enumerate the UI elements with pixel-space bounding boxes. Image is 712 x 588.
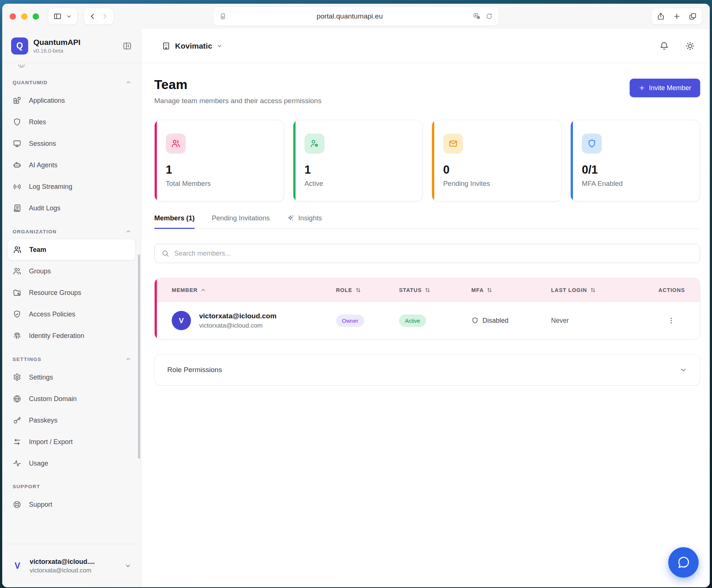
search-icon — [161, 249, 169, 257]
shield-check-icon — [13, 310, 22, 319]
chevron-down-icon — [66, 13, 72, 19]
sidebar-item-applications[interactable]: Applications — [2, 90, 141, 111]
sidebar-item-support[interactable]: Support — [2, 494, 141, 515]
column-header-role[interactable]: ROLE — [336, 287, 399, 293]
org-switcher[interactable]: Kovimatic — [162, 42, 222, 50]
tab-overview-icon[interactable] — [689, 12, 697, 20]
lifebuoy-icon — [13, 500, 22, 509]
table-header-row: MEMBER ROLE STATUS — [155, 278, 700, 302]
sidebar-item-team[interactable]: Team — [7, 239, 136, 260]
collapse-sidebar-icon[interactable] — [122, 41, 132, 51]
sidebar-scrollbar[interactable] — [138, 254, 140, 459]
stat-card-mfa-enabled: 0/1 MFA Enabled — [570, 120, 700, 201]
user-menu[interactable]: V victorxata@icloud.... victorxata@iclou… — [2, 544, 141, 587]
stat-value: 0 — [443, 163, 550, 177]
last-login-cell: Never — [551, 317, 649, 325]
sort-icon — [355, 287, 362, 293]
user-email: victorxata@icloud.com — [30, 567, 95, 574]
sidebar-item-passkeys[interactable]: Passkeys — [2, 410, 141, 431]
minimize-window-button[interactable] — [21, 13, 27, 20]
chevron-up-icon[interactable] — [125, 229, 131, 234]
app-version: v0.16.0-beta — [33, 48, 80, 54]
users-icon — [13, 245, 22, 254]
close-window-button[interactable] — [10, 13, 16, 20]
activity-icon — [13, 459, 22, 468]
chat-button[interactable] — [668, 547, 699, 578]
browser-toolbar: portal.quantumapi.eu — [2, 4, 710, 29]
tab-pending-invitations[interactable]: Pending Invitations — [212, 214, 270, 229]
shield-icon — [582, 134, 602, 154]
sidebar-item-groups[interactable]: Groups — [2, 260, 141, 282]
sidebar-item-resource-groups[interactable]: Resource Groups — [2, 282, 141, 303]
sidebar-item-ai-agents[interactable]: AI Agents — [2, 154, 141, 176]
chevron-up-icon[interactable] — [125, 79, 131, 85]
stat-label: Pending Invites — [443, 180, 550, 188]
chevron-down-icon — [680, 366, 687, 374]
bell-icon[interactable] — [659, 41, 669, 51]
transfer-arrows-icon — [13, 437, 22, 446]
tab-insights[interactable]: Insights — [287, 214, 322, 229]
sidebar-item-identity-federation[interactable]: Identity Federation — [2, 325, 141, 346]
clipped-nav-item — [2, 65, 141, 70]
column-header-member[interactable]: MEMBER — [172, 287, 336, 293]
new-tab-icon[interactable] — [673, 13, 680, 20]
stat-card-total-members: 1 Total Members — [154, 120, 284, 201]
back-icon[interactable] — [89, 13, 96, 20]
folder-key-icon — [13, 288, 22, 297]
kebab-menu-icon[interactable] — [667, 316, 675, 325]
stat-card-active: 1 Active — [293, 120, 423, 201]
sidebar-item-custom-domain[interactable]: Custom Domain — [2, 388, 141, 410]
invite-member-button[interactable]: Invite Member — [630, 79, 700, 97]
app-name: QuantumAPI — [33, 38, 80, 47]
theme-toggle-sun-icon[interactable] — [685, 41, 695, 51]
reload-icon[interactable] — [485, 13, 493, 20]
sidebar-item-log-streaming[interactable]: Log Streaming — [2, 176, 141, 197]
member-email: victorxata@icloud.com — [199, 322, 277, 329]
fingerprint-icon — [13, 331, 22, 340]
table-row: V victorxata@icloud.com victorxata@iclou… — [155, 302, 700, 339]
grid-icon — [13, 96, 22, 105]
share-icon[interactable] — [657, 12, 665, 20]
role-permissions-panel[interactable]: Role Permissions — [154, 354, 700, 385]
tab-members[interactable]: Members (1) — [154, 214, 195, 229]
window-controls — [10, 13, 39, 20]
users-icon — [166, 134, 186, 154]
browser-sidebar-icon — [53, 12, 62, 20]
search-input[interactable] — [174, 250, 693, 257]
zoom-window-button[interactable] — [33, 13, 39, 20]
role-permissions-label: Role Permissions — [167, 366, 222, 374]
column-header-status[interactable]: STATUS — [399, 287, 471, 293]
bot-icon — [13, 161, 22, 170]
browser-sidebar-toggle[interactable] — [48, 8, 78, 25]
reader-icon[interactable] — [219, 13, 227, 20]
column-header-mfa[interactable]: MFA — [471, 287, 551, 293]
actions-cell — [649, 316, 685, 325]
stat-value: 1 — [304, 163, 411, 177]
column-header-last-login[interactable]: LAST LOGIN — [551, 287, 649, 293]
sidebar-section-organization: ORGANIZATION — [2, 219, 141, 239]
sidebar-item-roles[interactable]: Roles — [2, 111, 141, 133]
monitor-icon — [13, 139, 22, 148]
tab-bar: Members (1) Pending Invitations Insights — [154, 214, 700, 229]
sidebar-item-import-export[interactable]: Import / Export — [2, 431, 141, 453]
address-bar[interactable]: portal.quantumapi.eu — [213, 7, 499, 26]
stat-card-pending-invites: 0 Pending Invites — [432, 120, 561, 201]
sidebar-item-settings[interactable]: Settings — [2, 367, 141, 388]
sidebar-item-audit-logs[interactable]: Audit Logs — [2, 197, 141, 219]
sidebar-item-sessions[interactable]: Sessions — [2, 133, 141, 154]
plus-icon — [639, 85, 645, 91]
chevron-up-icon[interactable] — [125, 356, 131, 362]
url-text[interactable]: portal.quantumapi.eu — [227, 12, 473, 20]
forward-icon[interactable] — [101, 13, 108, 20]
stat-value: 1 — [166, 163, 273, 177]
broadcast-icon — [13, 182, 22, 191]
chevron-down-icon — [125, 562, 131, 569]
sparkles-icon — [287, 214, 295, 222]
sidebar-item-access-policies[interactable]: Access Policies — [2, 303, 141, 325]
stat-value: 0/1 — [582, 163, 689, 177]
main-content: Kovimatic Team Manage team members and t… — [141, 29, 710, 587]
translate-icon[interactable] — [473, 12, 481, 20]
browser-nav-buttons — [83, 8, 114, 25]
member-name: victorxata@icloud.com — [199, 312, 277, 320]
sidebar-item-usage[interactable]: Usage — [2, 453, 141, 474]
